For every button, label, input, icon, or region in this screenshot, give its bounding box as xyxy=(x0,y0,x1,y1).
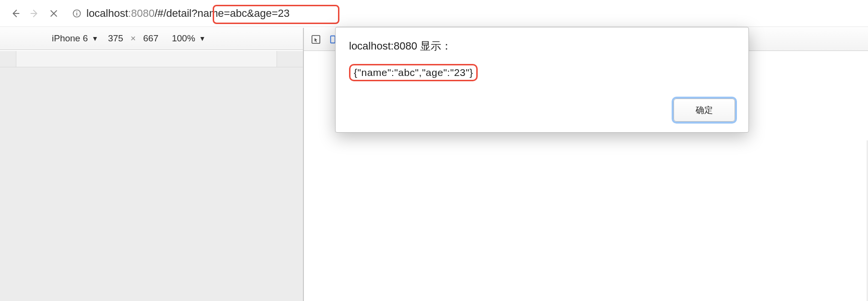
svg-point-2 xyxy=(76,11,77,12)
ruler-row xyxy=(0,51,303,67)
url-query: name=abc&age=23 xyxy=(197,7,289,20)
device-name: iPhone 6 xyxy=(52,33,88,44)
back-button[interactable] xyxy=(6,4,25,23)
device-select[interactable]: iPhone 6 ▼ xyxy=(52,33,98,44)
address-bar[interactable]: localhost:8080/#/detail?name=abc&age=23 xyxy=(86,7,289,20)
ok-button[interactable]: 确定 xyxy=(674,99,735,122)
device-dimensions: 375 × 667 xyxy=(108,33,158,44)
chevron-down-icon: ▼ xyxy=(199,35,206,42)
times-icon: × xyxy=(131,33,136,43)
inspect-icon[interactable] xyxy=(311,34,321,45)
url-path: /#/detail? xyxy=(155,7,197,20)
chevron-down-icon: ▼ xyxy=(92,35,98,42)
url-host: localhost xyxy=(86,7,128,20)
zoom-value: 100% xyxy=(172,33,195,44)
dialog-title: localhost:8080 显示： xyxy=(349,39,735,53)
page-viewport xyxy=(0,51,303,301)
alert-dialog: localhost:8080 显示： {"name":"abc","age":"… xyxy=(335,27,749,133)
device-height[interactable]: 667 xyxy=(143,33,158,43)
stop-reload-button[interactable] xyxy=(44,4,63,23)
close-icon xyxy=(48,8,59,19)
forward-button[interactable] xyxy=(25,4,44,23)
device-width[interactable]: 375 xyxy=(108,33,123,43)
url-port: :8080 xyxy=(128,7,155,20)
browser-toolbar: localhost:8080/#/detail?name=abc&age=23 xyxy=(0,0,868,27)
arrow-left-icon xyxy=(10,8,21,19)
arrow-right-icon xyxy=(29,8,40,19)
panel-divider[interactable] xyxy=(303,28,304,301)
site-info-icon[interactable] xyxy=(72,9,82,18)
svg-rect-4 xyxy=(331,36,335,43)
zoom-select[interactable]: 100% ▼ xyxy=(172,33,205,44)
dialog-message: {"name":"abc","age":"23"} xyxy=(349,64,478,81)
